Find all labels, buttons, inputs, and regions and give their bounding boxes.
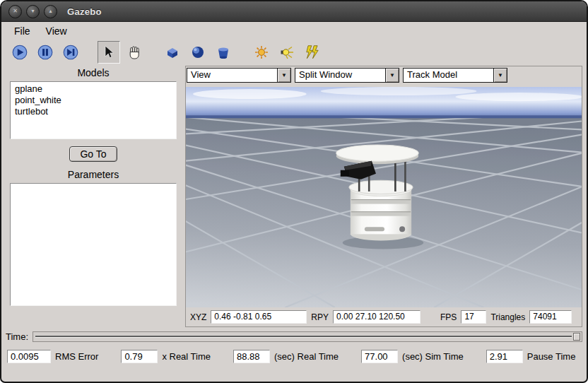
select-arrow-icon xyxy=(101,45,117,60)
triangles-field[interactable]: 74091 xyxy=(529,310,572,324)
triangles-label: Triangles xyxy=(490,312,525,322)
track-model-dropdown-value: Track Model xyxy=(404,69,493,82)
rms-error-label: RMS Error xyxy=(55,351,98,362)
track-model-dropdown[interactable]: Track Model ▼ xyxy=(403,68,507,83)
point-light-button[interactable] xyxy=(250,41,273,64)
pause-time-field[interactable]: 2.91 xyxy=(486,350,523,363)
fps-label: FPS xyxy=(440,312,457,322)
rms-error-field[interactable]: 0.0095 xyxy=(7,350,51,363)
bottom-spacer xyxy=(1,367,587,382)
minimize-icon: ▾ xyxy=(31,8,34,14)
left-panel: Models gplane point_white turtlebot Go T… xyxy=(6,66,181,327)
toolbar-separator xyxy=(148,52,158,53)
parameters-title: Parameters xyxy=(6,169,181,180)
menu-view[interactable]: View xyxy=(39,24,74,38)
sim-time-label: (sec) Sim Time xyxy=(402,351,464,362)
toolbar-separator xyxy=(237,52,247,53)
slider-handle[interactable] xyxy=(573,333,580,341)
maximize-button[interactable]: ▴ xyxy=(44,5,57,18)
sim-time-field[interactable]: 77.00 xyxy=(361,350,398,363)
add-box-icon xyxy=(165,45,180,60)
maximize-icon: ▴ xyxy=(49,8,52,14)
real-time-label: (sec) Real Time xyxy=(274,351,339,362)
real-time-factor-field[interactable]: 0.79 xyxy=(121,350,158,363)
play-icon xyxy=(11,44,28,61)
viewport-combo-row: View ▼ Split Window ▼ Track Model ▼ xyxy=(186,66,582,87)
rpy-label: RPY xyxy=(311,312,329,322)
goto-button[interactable]: Go To xyxy=(69,146,117,162)
chevron-down-icon[interactable]: ▼ xyxy=(277,69,290,82)
directional-light-button[interactable] xyxy=(301,41,324,64)
pause-icon xyxy=(37,44,54,61)
models-title: Models xyxy=(6,67,181,78)
list-item[interactable]: turtlebot xyxy=(13,106,173,117)
close-button[interactable]: ✕ xyxy=(8,5,22,18)
rpy-field[interactable]: 0.00 27.10 120.50 xyxy=(333,310,421,324)
gazebo-window: ✕ ▾ ▴ Gazebo File View xyxy=(0,0,588,383)
main-area: Models gplane point_white turtlebot Go T… xyxy=(1,64,587,327)
chevron-down-icon[interactable]: ▼ xyxy=(493,69,507,82)
xyz-label: XYZ xyxy=(190,312,206,322)
real-time-field[interactable]: 88.88 xyxy=(233,350,270,363)
select-tool-button[interactable] xyxy=(98,41,120,64)
parameters-list[interactable] xyxy=(10,183,177,306)
spot-light-icon xyxy=(279,45,295,60)
step-button[interactable] xyxy=(59,41,82,64)
add-sphere-icon xyxy=(190,45,206,60)
close-icon: ✕ xyxy=(13,8,18,14)
real-time-factor-label: x Real Time xyxy=(162,351,211,362)
minimize-button[interactable]: ▾ xyxy=(26,5,40,18)
list-item[interactable]: gplane xyxy=(13,83,173,95)
render-view-3d[interactable] xyxy=(186,87,582,307)
window-title: Gazebo xyxy=(67,6,102,17)
split-window-dropdown[interactable]: Split Window ▼ xyxy=(295,68,399,83)
view-dropdown[interactable]: View ▼ xyxy=(187,68,291,83)
pause-time-label: Pause Time xyxy=(527,351,576,362)
menubar: File View xyxy=(1,22,587,40)
slider-groove xyxy=(35,336,572,337)
time-row: Time: xyxy=(1,327,587,346)
play-button[interactable] xyxy=(8,41,31,64)
step-icon xyxy=(62,44,79,61)
viewport-status-bar: XYZ 0.46 -0.81 0.65 RPY 0.00 27.10 120.5… xyxy=(186,307,582,326)
chevron-down-icon[interactable]: ▼ xyxy=(385,69,399,82)
titlebar: ✕ ▾ ▴ Gazebo xyxy=(1,1,587,22)
add-cylinder-button[interactable] xyxy=(212,41,235,64)
list-item[interactable]: point_white xyxy=(13,95,173,106)
fps-field[interactable]: 17 xyxy=(461,310,486,324)
models-list[interactable]: gplane point_white turtlebot xyxy=(10,81,177,139)
point-light-icon xyxy=(254,45,269,60)
menu-file[interactable]: File xyxy=(7,24,37,38)
add-sphere-button[interactable] xyxy=(187,41,209,64)
toolbar xyxy=(1,40,587,64)
view-dropdown-value: View xyxy=(187,69,277,82)
add-cylinder-icon xyxy=(216,45,231,60)
pan-tool-button[interactable] xyxy=(123,41,146,64)
split-window-dropdown-value: Split Window xyxy=(295,69,385,82)
statusbar: 0.0095 RMS Error 0.79 x Real Time 88.88 … xyxy=(1,346,587,367)
pan-hand-icon xyxy=(127,45,142,60)
spot-light-button[interactable] xyxy=(276,41,298,64)
directional-light-icon xyxy=(304,44,321,61)
time-slider[interactable] xyxy=(33,331,582,342)
xyz-field[interactable]: 0.46 -0.81 0.65 xyxy=(211,310,307,324)
add-box-button[interactable] xyxy=(161,41,184,64)
scene-graphic xyxy=(186,87,582,307)
pause-button[interactable] xyxy=(34,41,57,64)
toolbar-separator xyxy=(85,52,95,53)
viewport: View ▼ Split Window ▼ Track Model ▼ xyxy=(185,66,582,327)
time-label: Time: xyxy=(6,331,28,342)
